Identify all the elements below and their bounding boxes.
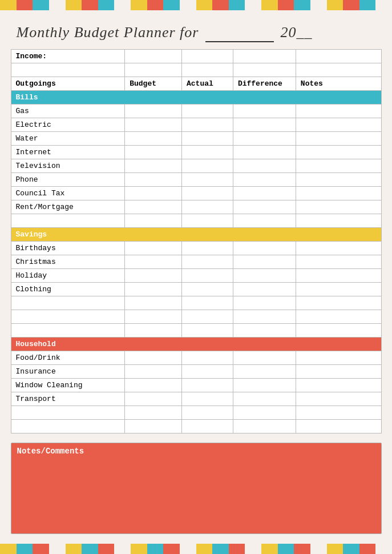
table-row: Birthdays	[11, 242, 381, 255]
col-notes-header: Notes	[296, 77, 381, 91]
bar-block	[375, 544, 392, 554]
section-bills-row: Bills	[11, 91, 381, 105]
table-row: Christmas	[11, 255, 381, 269]
bar-block	[114, 0, 131, 10]
table-row: Food/Drink	[11, 351, 381, 365]
bar-block	[229, 0, 245, 10]
bar-block	[327, 544, 343, 554]
income-row: Income:	[11, 50, 381, 63]
bar-block	[310, 0, 327, 10]
bills-rows: GasElectricWaterInternetTelevisionPhoneC…	[11, 105, 381, 214]
row-label: Window Cleaning	[11, 379, 125, 392]
row-label: Clothing	[11, 283, 125, 296]
page-title: Monthly Budget Planner for 20__	[17, 24, 382, 42]
row-label: Holiday	[11, 269, 125, 283]
table-row: Water	[11, 132, 381, 146]
bar-block	[17, 0, 33, 10]
bar-block	[33, 544, 49, 554]
bar-block	[49, 0, 66, 10]
table-row	[11, 310, 381, 324]
bar-block	[261, 544, 278, 554]
income-label: Income:	[11, 50, 125, 63]
row-label: Rent/Mortgage	[11, 200, 125, 214]
savings-rows: BirthdaysChristmasHolidayClothing	[11, 242, 381, 324]
bar-block	[359, 544, 376, 554]
section-household-label: Household	[11, 338, 381, 351]
bar-block	[98, 0, 115, 10]
bottom-color-bar	[0, 544, 392, 554]
notes-body	[11, 459, 381, 533]
row-label	[11, 406, 125, 420]
col-actual-header: Actual	[182, 77, 233, 91]
bar-block	[343, 0, 359, 10]
notes-section: Notes/Comments	[11, 443, 382, 534]
bar-block	[212, 544, 229, 554]
spacer-row	[11, 63, 381, 77]
bar-block	[82, 544, 98, 554]
row-label: Council Tax	[11, 187, 125, 200]
table-row: Gas	[11, 105, 381, 118]
bar-block	[196, 544, 213, 554]
col-budget-header: Budget	[125, 77, 182, 91]
bar-block	[294, 0, 310, 10]
title-line	[205, 24, 274, 42]
table-row: Rent/Mortgage	[11, 200, 381, 214]
bar-block	[114, 544, 131, 554]
bar-block	[17, 544, 33, 554]
bar-block	[245, 0, 261, 10]
bar-block	[0, 0, 17, 10]
bar-block	[343, 544, 359, 554]
bar-block	[66, 544, 82, 554]
budget-table: Income: Outgoings Budget Actual Differen…	[11, 49, 382, 433]
bar-block	[147, 544, 164, 554]
row-label: Gas	[11, 105, 125, 118]
table-row: Holiday	[11, 269, 381, 283]
section-bills-label: Bills	[11, 91, 381, 105]
title-year: 20__	[280, 24, 312, 41]
bar-block	[82, 0, 98, 10]
col-diff-header: Difference	[233, 77, 296, 91]
table-row	[11, 296, 381, 310]
section-savings-label: Savings	[11, 228, 381, 242]
bar-block	[66, 0, 82, 10]
bar-block	[33, 0, 49, 10]
row-label	[11, 420, 125, 433]
bar-block	[196, 0, 213, 10]
row-label: Transport	[11, 392, 125, 406]
top-color-bar	[0, 0, 392, 10]
bar-block	[180, 0, 196, 10]
row-label	[11, 310, 125, 324]
table-row	[11, 406, 381, 420]
bar-block	[98, 544, 115, 554]
table-row	[11, 420, 381, 433]
table-row: Clothing	[11, 283, 381, 296]
household-rows: Food/DrinkInsuranceWindow CleaningTransp…	[11, 351, 381, 433]
bar-block	[131, 0, 147, 10]
bar-block	[245, 544, 261, 554]
row-label: Electric	[11, 118, 125, 132]
bar-block	[131, 544, 147, 554]
row-label: Birthdays	[11, 242, 125, 255]
bar-block	[278, 544, 294, 554]
table-row: Television	[11, 159, 381, 173]
table-row: Internet	[11, 146, 381, 159]
bar-block	[180, 544, 196, 554]
table-row: Insurance	[11, 365, 381, 379]
row-label: Insurance	[11, 365, 125, 379]
bar-block	[147, 0, 164, 10]
section-savings-row: Savings	[11, 228, 381, 242]
bar-block	[261, 0, 278, 10]
bar-block	[294, 544, 310, 554]
row-label: Phone	[11, 173, 125, 187]
table-row: Council Tax	[11, 187, 381, 200]
row-label: Food/Drink	[11, 351, 125, 365]
bar-block	[163, 544, 180, 554]
row-label: Internet	[11, 146, 125, 159]
page-content: Monthly Budget Planner for 20__ Income: …	[11, 10, 382, 540]
table-row: Transport	[11, 392, 381, 406]
bar-block	[212, 0, 229, 10]
table-row: Phone	[11, 173, 381, 187]
notes-header: Notes/Comments	[11, 443, 381, 459]
bar-block	[327, 0, 343, 10]
spacer-row	[11, 214, 381, 228]
